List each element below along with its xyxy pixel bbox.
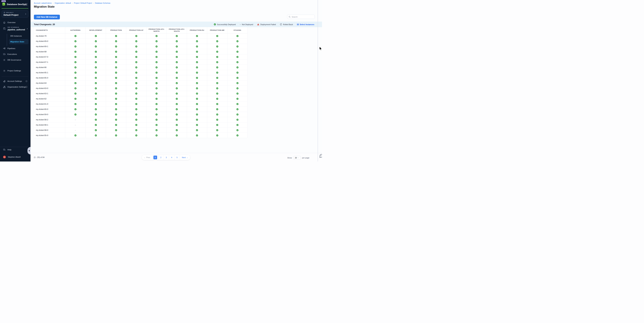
status-cell-deployed (187, 75, 207, 80)
sidebar-item-organization-settings[interactable]: Organization Settings (0, 84, 30, 89)
status-cell-deployed (126, 34, 146, 39)
page-button-2[interactable]: 2 (158, 155, 164, 160)
check-circle-icon (135, 77, 138, 79)
sidebar-item-executions[interactable]: Executions (0, 52, 30, 57)
status-cell-deployed (86, 70, 106, 75)
check-circle-icon (236, 98, 238, 100)
status-cell-deployed (106, 101, 126, 107)
sidebar-item-account-settings[interactable]: Account Settings (0, 79, 30, 84)
arrow-right-icon: → (186, 156, 188, 158)
breadcrumb-separator: › (53, 2, 54, 4)
page-button-4[interactable]: 4 (169, 155, 174, 160)
status-cell-deployed (126, 65, 146, 70)
check-circle-icon (115, 66, 117, 69)
status-cell-deployed (106, 117, 126, 122)
check-circle-icon (156, 66, 158, 69)
status-cell-deployed (65, 81, 86, 86)
mouse-cursor (319, 47, 322, 51)
apps-grid-icon[interactable] (25, 3, 28, 6)
status-cell-deployed (106, 107, 126, 112)
page-button-1[interactable]: 1 (152, 155, 158, 160)
status-cell-deployed (228, 54, 248, 59)
check-circle-icon (176, 124, 178, 126)
check-circle-icon (115, 35, 117, 37)
search-box[interactable] (287, 15, 315, 19)
status-cell-not-deployed: – (65, 128, 86, 133)
status-cell-deployed (228, 128, 248, 133)
project-selector[interactable]: PROJECT Default Project (2, 11, 28, 18)
sidebar-item-pipelines[interactable]: Pipelines (0, 46, 30, 51)
page-size-select[interactable]: 20 (293, 156, 301, 160)
check-circle-icon (236, 66, 238, 69)
breadcrumb-separator: › (72, 2, 73, 4)
breadcrumb-link[interactable]: Account: satwell-demo (34, 2, 52, 4)
table-row: my-ticket-67-1 (34, 60, 248, 65)
status-cell-deployed (65, 70, 86, 75)
check-circle-icon (74, 82, 76, 84)
status-cell-deployed (207, 86, 228, 91)
check-circle-icon (135, 98, 138, 100)
prev-page-button[interactable]: ←Prev (142, 155, 152, 160)
status-cell-deployed (126, 101, 146, 107)
status-cell-deployed (146, 117, 167, 122)
next-page-button[interactable]: Next→ (180, 155, 190, 160)
sidebar-item-db-schemas[interactable]: DB SCHEMAS pipeline_authored (0, 25, 30, 32)
status-cell-deployed (106, 44, 126, 49)
status-cell-deployed (126, 44, 146, 49)
status-cell-deployed (126, 91, 146, 96)
changeset-name: my-ticket-59-0 (34, 112, 65, 117)
check-circle-icon (196, 40, 198, 42)
sidebar-item-db-instances[interactable]: DB Instances (9, 34, 29, 38)
check-circle-icon (196, 98, 198, 100)
dash-icon: – (75, 124, 76, 126)
breadcrumb-link[interactable]: Database Schemas (95, 2, 110, 4)
check-circle-icon (236, 108, 238, 110)
sidebar-item-db-governance[interactable]: DB Governance (0, 57, 30, 63)
check-circle-icon (216, 98, 218, 100)
status-cell-deployed (86, 44, 106, 49)
sidebar-collapse-handle[interactable] (28, 147, 30, 154)
status-cell-deployed (228, 34, 248, 39)
info-icon[interactable] (26, 86, 28, 88)
select-instances-button[interactable]: Select Instances (297, 24, 314, 26)
sidebar-item-help[interactable]: ? Help (0, 147, 30, 152)
legend-item: Rolled Back (280, 23, 293, 26)
status-cell-deployed (146, 39, 167, 44)
page-button-5[interactable]: 5 (174, 155, 180, 160)
check-circle-icon (74, 66, 76, 69)
sidebar-item-migration-state[interactable]: Migration State (9, 39, 28, 44)
page-button-3[interactable]: 3 (164, 155, 169, 160)
breadcrumb-link[interactable]: Project: Default Project (74, 2, 92, 4)
check-circle-icon (95, 45, 97, 48)
check-circle-icon (176, 93, 178, 95)
user-menu[interactable]: SA Stephen Atwell (0, 154, 30, 159)
check-circle-icon (176, 87, 178, 89)
column-header-authoring: AUTHORING (65, 27, 86, 33)
sidebar-item-overview[interactable]: Overview (0, 20, 30, 25)
check-circle-icon (216, 66, 218, 69)
scrollbar-track[interactable] (318, 0, 318, 162)
sidebar-item-project-settings[interactable]: Project Settings (0, 68, 30, 73)
check-circle-icon (115, 108, 117, 110)
status-cell-deployed (146, 107, 167, 112)
info-icon[interactable] (26, 80, 28, 82)
status-cell-deployed (65, 133, 86, 138)
add-db-instance-button[interactable]: Add New DB Instance (34, 15, 60, 20)
check-circle-icon (95, 61, 97, 63)
search-input[interactable] (292, 16, 313, 18)
status-cell-deployed (207, 91, 228, 96)
support-chat-icon[interactable] (319, 154, 322, 158)
breadcrumb-link[interactable]: Organization: default (54, 2, 71, 4)
status-cell-deployed (106, 133, 126, 138)
status-cell-deployed (126, 75, 146, 80)
status-cell-deployed (86, 54, 106, 59)
status-cell-deployed (167, 122, 187, 127)
status-cell-deployed (228, 39, 248, 44)
status-cell-deployed (187, 44, 207, 49)
check-circle-icon (95, 108, 97, 110)
check-circle-icon (95, 134, 97, 137)
status-cell-deployed (106, 70, 126, 75)
check-circle-icon (115, 72, 117, 74)
status-cell-deployed (187, 128, 207, 133)
status-cell-deployed (86, 96, 106, 101)
